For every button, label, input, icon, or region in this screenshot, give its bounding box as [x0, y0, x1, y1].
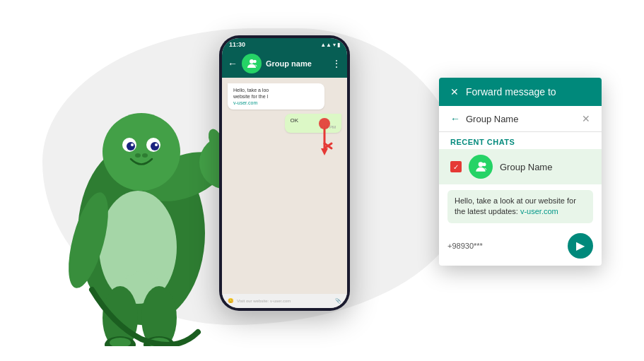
- phone-mockup: 11:30 ▲▲ ▾ ▮ ← Group name ⋮: [219, 35, 350, 311]
- phone-menu-icon[interactable]: ⋮: [332, 58, 341, 69]
- phone-footer: 😊 Visit our website: v-user.com 📎: [222, 294, 347, 308]
- svg-point-23: [155, 143, 158, 146]
- recent-chats-label: RECENT CHATS: [439, 132, 602, 149]
- svg-point-25: [142, 153, 148, 158]
- svg-point-31: [483, 162, 486, 166]
- dialog-send-area: +98930*** ▶: [439, 229, 602, 266]
- phone-contact-avatar: [242, 54, 262, 73]
- phone-chat-area: Hello, take a loowebsite for the l v-use…: [222, 78, 347, 294]
- svg-point-30: [479, 162, 484, 167]
- phone-chat-header: ← Group name ⋮: [222, 49, 347, 78]
- svg-point-8: [99, 191, 177, 304]
- status-icons: ▲▲ ▾ ▮: [320, 42, 340, 48]
- dialog-close-icon[interactable]: ✕: [450, 86, 459, 97]
- forward-arrow-indicator: [310, 117, 339, 162]
- footer-text: Visit our website: v-user.com: [237, 299, 332, 303]
- send-icon: ▶: [576, 239, 585, 252]
- forward-message-dialog: ✕ Forward message to ← Group Name ✕ RECE…: [439, 78, 602, 266]
- wifi-icon: ▾: [333, 42, 336, 48]
- footer-emoji-icon: 😊: [228, 298, 234, 304]
- svg-point-22: [131, 143, 134, 146]
- svg-point-24: [135, 153, 141, 158]
- send-button[interactable]: ▶: [568, 233, 593, 259]
- phone-contact-name: Group name: [266, 59, 327, 68]
- received-message-bubble: Hello, take a loowebsite for the l v-use…: [228, 83, 324, 110]
- search-back-icon[interactable]: ←: [450, 113, 460, 124]
- search-close-icon[interactable]: ✕: [582, 113, 590, 124]
- dialog-title: Forward message to: [466, 86, 590, 97]
- received-message-text: Hello, take a loowebsite for the l v-use…: [233, 87, 319, 106]
- phone-number-label: +98930***: [447, 242, 483, 250]
- phone-status-bar: 11:30 ▲▲ ▾ ▮: [222, 38, 347, 49]
- dialog-header: ✕ Forward message to: [439, 78, 602, 106]
- svg-point-20: [127, 142, 135, 150]
- dialog-chat-item[interactable]: ✓ Group Name: [439, 149, 602, 184]
- phone-screen: 11:30 ▲▲ ▾ ▮ ← Group name ⋮: [222, 38, 347, 308]
- checkbox-icon: ✓: [453, 163, 459, 171]
- battery-icon: ▮: [337, 42, 340, 48]
- received-message-link: v-user.com: [233, 100, 257, 105]
- svg-point-26: [250, 59, 254, 64]
- svg-point-21: [151, 142, 159, 150]
- message-preview: Hello, take a look at our website for th…: [447, 190, 593, 223]
- svg-point-27: [253, 60, 257, 64]
- phone-back-icon[interactable]: ←: [228, 58, 238, 69]
- preview-link: v-user.com: [520, 207, 558, 215]
- svg-point-17: [103, 113, 180, 191]
- chat-item-avatar: [469, 155, 493, 179]
- footer-attach-icon: 📎: [335, 298, 341, 304]
- status-time: 11:30: [229, 41, 245, 48]
- dialog-search-bar: ← Group Name ✕: [439, 106, 602, 132]
- chat-item-checkbox[interactable]: ✓: [450, 161, 462, 172]
- search-group-name: Group Name: [466, 114, 576, 124]
- signal-icon: ▲▲: [320, 42, 332, 48]
- svg-point-28: [319, 118, 330, 129]
- chat-item-name: Group Name: [500, 162, 552, 172]
- svg-marker-29: [321, 148, 328, 155]
